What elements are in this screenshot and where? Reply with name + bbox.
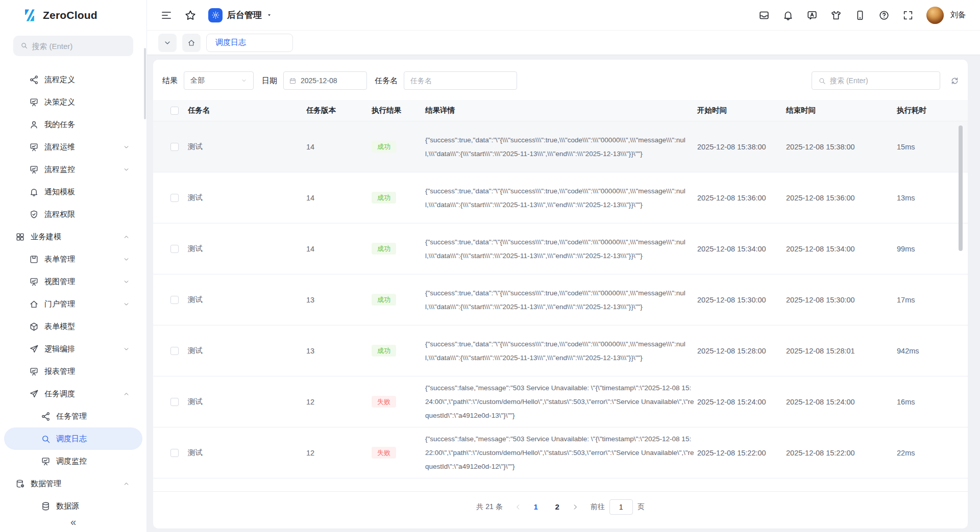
workspace-label: 后台管理 [227,9,262,21]
task-name-input[interactable] [410,77,510,85]
select-all-checkbox[interactable] [170,107,179,115]
sidebar-search[interactable] [13,36,133,56]
grid-icon [15,232,25,242]
sidebar-item-view-management[interactable]: 视图管理 [4,270,142,293]
sidebar-item-task-management[interactable]: 任务管理 [4,405,142,427]
sidebar-item-process-ops[interactable]: 流程运维 [4,136,142,158]
table-row: 测试 12 失败 {"success":false,"message":"503… [153,427,968,478]
avatar[interactable] [926,7,944,24]
row-checkbox[interactable] [170,194,179,202]
sidebar-item-task-scheduling[interactable]: 任务调度 [4,383,142,405]
sidebar-search-input[interactable] [32,42,126,50]
cell-result-detail: {"success":true,"data":"\"{\\\"success\\… [425,133,697,161]
cell-start-time: 2025-12-08 15:36:00 [697,194,786,202]
menu-fold-icon [160,9,173,21]
cell-task-name: 测试 [188,397,306,407]
page-2-button[interactable]: 2 [549,500,566,514]
cell-start-time: 2025-12-08 15:30:00 [697,296,786,304]
sidebar-item-logic-orchestration[interactable]: 逻辑编排 [4,338,142,360]
sidebar-item-decision-definition[interactable]: 决策定义 [4,91,142,113]
app-title: ZeroCloud [43,9,97,21]
tab-schedule-log[interactable]: 调度日志 [206,34,293,52]
bell-button[interactable] [782,10,794,21]
table-search-input[interactable] [830,77,934,85]
sidebar-collapse-icon[interactable]: « [0,514,146,530]
goto-page-input[interactable] [609,499,633,515]
mobile-button[interactable] [854,10,866,21]
result-filter-label: 结果 [162,76,178,86]
refresh-icon [950,76,960,86]
cell-end-time: 2025-12-08 15:30:00 [786,296,897,304]
result-select[interactable]: 全部 [184,71,254,90]
sidebar-item-process-definition[interactable]: 流程定义 [4,68,142,91]
sidebar-item-notification-template[interactable]: 通知模板 [4,181,142,203]
sidebar-item-schedule-log[interactable]: 调度日志 [4,427,142,450]
row-checkbox[interactable] [170,449,179,457]
sidebar-item-schedule-monitor[interactable]: 调度监控 [4,450,142,472]
chevron-icon [123,234,130,240]
user-name: 刘备 [950,10,966,20]
help-button[interactable] [878,10,890,21]
translate-button[interactable] [806,10,818,21]
mobile-icon [854,10,866,21]
sidebar-item-my-tasks[interactable]: 我的任务 [4,113,142,136]
cell-task-version: 14 [306,143,372,151]
sidebar-item-report-management[interactable]: 报表管理 [4,360,142,383]
db-icon [41,501,51,511]
sidebar-item-process-monitor[interactable]: 流程监控 [4,158,142,181]
user-icon [29,120,39,130]
col-task-version: 任务版本 [306,106,372,115]
sidebar-item-portal-management[interactable]: 门户管理 [4,293,142,315]
share-icon [29,75,39,85]
calendar-icon [289,77,297,85]
cell-duration: 942ms [897,347,968,355]
table-scrollbar[interactable] [959,125,963,251]
fullscreen-icon [902,10,914,21]
row-checkbox[interactable] [170,398,179,406]
sidebar-scrollbar[interactable] [144,48,146,119]
row-checkbox[interactable] [170,143,179,151]
page-1-button[interactable]: 1 [528,500,544,514]
workspace-badge [208,8,223,22]
cell-duration: 99ms [897,245,968,253]
col-result-detail: 结果详情 [425,106,697,115]
tabs-dropdown-button[interactable] [158,34,177,52]
row-checkbox[interactable] [170,347,179,355]
sidebar-item-process-permission[interactable]: 流程权限 [4,203,142,225]
favorite-button[interactable] [184,9,197,21]
cell-task-version: 12 [306,398,372,406]
cell-start-time: 2025-12-08 15:22:00 [697,449,786,457]
inbox-button[interactable] [758,10,770,21]
prev-page-button[interactable] [511,500,525,514]
status-badge: 成功 [372,294,396,306]
col-exec-result: 执行结果 [372,106,425,115]
bell-icon [29,187,39,197]
next-page-button[interactable] [568,500,582,514]
tab-label: 调度日志 [215,38,246,47]
chevron-down-icon [241,78,247,84]
cell-end-time: 2025-12-08 15:38:00 [786,143,897,151]
sidebar-item-data-management[interactable]: 数据管理 [4,472,142,495]
refresh-button[interactable] [950,76,960,86]
date-picker[interactable]: 2025-12-08 [283,71,367,90]
sidebar-item-form-management[interactable]: 表单管理 [4,248,142,270]
cell-task-name: 测试 [188,448,306,458]
share-icon [41,412,51,421]
fullscreen-button[interactable] [902,10,914,21]
chevron-icon [123,144,130,150]
menu-fold-button[interactable] [160,9,173,21]
table-row: 测试 12 失败 {"success":false,"message":"503… [153,376,968,427]
row-checkbox[interactable] [170,296,179,304]
table-search-field [812,71,940,90]
home-button[interactable] [182,34,201,52]
zerocloud-logo-icon [21,7,38,23]
cell-duration: 15ms [897,143,968,151]
row-checkbox[interactable] [170,245,179,253]
sidebar-item-form-model[interactable]: 表单模型 [4,315,142,338]
sidebar-item-data-source[interactable]: 数据源 [4,495,142,514]
plane-icon [29,389,39,399]
tshirt-button[interactable] [830,10,842,21]
task-name-field [404,71,517,90]
sidebar-item-business-modeling[interactable]: 业务建模 [4,225,142,248]
workspace-switcher[interactable]: 后台管理 [208,8,272,22]
